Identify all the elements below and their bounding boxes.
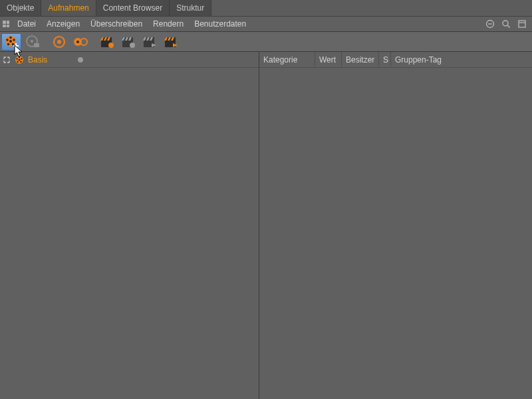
tab-struktur[interactable]: Struktur	[170, 0, 211, 16]
clapper-grey2-icon	[142, 35, 157, 49]
search-icon[interactable]	[500, 18, 512, 30]
col-gruppen-tag[interactable]: Gruppen-Tag	[391, 52, 532, 67]
tree-target-icon	[3, 56, 11, 64]
overrides-body[interactable]	[259, 68, 532, 399]
svg-rect-17	[34, 43, 39, 47]
tab-label: Struktur	[176, 3, 204, 13]
clapper-orange-icon	[100, 35, 114, 49]
toolbar-lock-take[interactable]	[70, 33, 90, 51]
svg-point-31	[19, 56, 20, 57]
tab-content-browser[interactable]: Content Browser	[96, 0, 170, 16]
svg-rect-14	[15, 43, 17, 49]
overrides-pane: Kategorie Wert Besitzer S Gruppen-Tag	[259, 52, 532, 399]
svg-point-21	[76, 41, 79, 43]
toolbar-auto-take[interactable]	[49, 33, 69, 51]
svg-point-24	[108, 43, 114, 48]
menu-benutzerdaten[interactable]: Benutzerdaten	[189, 17, 251, 31]
takes-tree-pane: Basis	[0, 52, 259, 399]
svg-point-12	[6, 39, 9, 41]
reel-rect-icon	[25, 35, 40, 49]
menu-label: Datei	[17, 19, 36, 29]
clapper-grey1-icon	[121, 35, 136, 49]
toolbar-clapper-d[interactable]	[161, 33, 181, 51]
tab-label: Aufnahmen	[48, 3, 88, 13]
toolbar-clapper-b[interactable]	[118, 33, 138, 51]
tree-reel-icon	[15, 55, 24, 65]
content-area: Basis Kategorie Wert Besitzer S Gruppen-…	[0, 52, 532, 399]
svg-rect-4	[519, 21, 525, 27]
tree-body[interactable]	[0, 68, 259, 399]
svg-point-30	[19, 59, 21, 61]
tab-aufnahmen[interactable]: Aufnahmen	[41, 0, 96, 16]
tab-label: Content Browser	[103, 3, 162, 13]
column-headers: Kategorie Wert Besitzer S Gruppen-Tag	[259, 52, 532, 68]
col-wert[interactable]: Wert	[315, 52, 342, 67]
toolbar-new-take[interactable]	[1, 33, 21, 51]
menubar: Datei Anzeigen Überschreiben Rendern Ben…	[0, 16, 532, 32]
col-label: S	[383, 55, 388, 65]
menu-anzeigen[interactable]: Anzeigen	[41, 17, 85, 31]
col-label: Kategorie	[263, 55, 297, 65]
svg-point-26	[130, 43, 135, 48]
panel-layout-icon[interactable]	[516, 18, 528, 30]
svg-point-8	[9, 36, 12, 39]
tab-label: Objekte	[7, 3, 34, 13]
svg-point-16	[31, 40, 33, 43]
toolbar-new-take-b[interactable]	[23, 33, 43, 51]
svg-point-11	[7, 43, 10, 45]
col-besitzer[interactable]: Besitzer	[342, 52, 379, 67]
svg-point-33	[20, 61, 21, 62]
tab-objekte[interactable]: Objekte	[0, 0, 41, 16]
panel-tabbar: Objekte Aufnahmen Content Browser Strukt…	[0, 0, 532, 16]
menu-ueberschreiben[interactable]: Überschreiben	[85, 17, 148, 31]
toolbar	[0, 32, 532, 52]
reel-link-icon	[72, 35, 88, 49]
svg-line-3	[507, 25, 510, 28]
reel-plus-icon	[4, 35, 19, 49]
reel-ring-icon	[52, 35, 66, 49]
col-s[interactable]: S	[379, 52, 391, 67]
clapper-orange2-icon	[164, 35, 178, 49]
col-label: Besitzer	[346, 55, 374, 65]
menu-label: Anzeigen	[47, 19, 80, 29]
toolbar-clapper-a[interactable]	[97, 33, 117, 51]
svg-point-19	[57, 40, 61, 44]
collapse-icon[interactable]	[484, 18, 496, 30]
menu-label: Überschreiben	[90, 19, 142, 29]
menu-datei[interactable]: Datei	[12, 17, 41, 31]
menu-rendern[interactable]: Rendern	[148, 17, 189, 31]
tree-item-label: Basis	[28, 55, 47, 65]
tree-status-dot-icon	[78, 57, 83, 63]
svg-point-10	[12, 43, 15, 45]
menubar-grip-icon	[0, 21, 12, 27]
col-kategorie[interactable]: Kategorie	[259, 52, 315, 67]
svg-point-9	[13, 39, 15, 41]
col-label: Gruppen-Tag	[395, 55, 442, 65]
svg-point-7	[9, 40, 12, 43]
svg-point-32	[21, 58, 22, 59]
svg-point-35	[16, 58, 17, 59]
svg-point-2	[503, 21, 508, 26]
menu-label: Rendern	[153, 19, 184, 29]
tree-row-basis[interactable]: Basis	[0, 52, 259, 68]
menu-label: Benutzerdaten	[194, 19, 246, 29]
svg-point-34	[17, 61, 18, 62]
col-label: Wert	[319, 55, 336, 65]
toolbar-clapper-c[interactable]	[140, 33, 160, 51]
